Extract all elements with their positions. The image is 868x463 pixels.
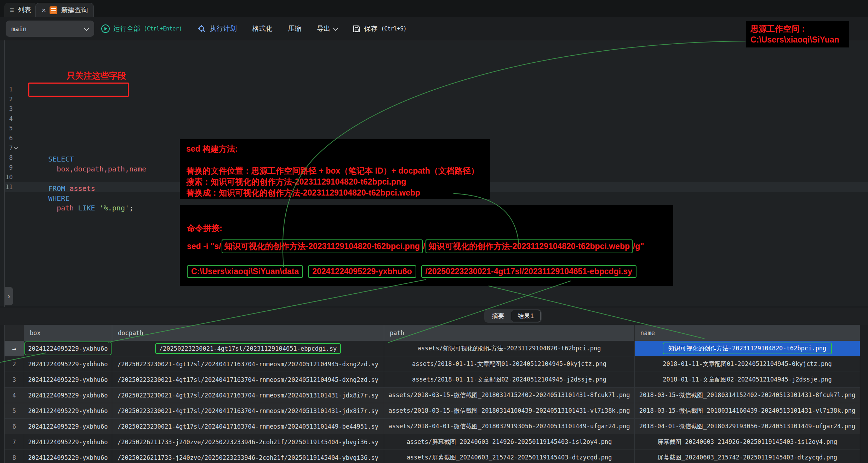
cell-path[interactable]: assets/屏幕截图_20240603_214926-202501191454… bbox=[384, 434, 635, 450]
cell-box[interactable]: 20241224095229-yxbhu6o bbox=[24, 450, 112, 463]
notebook-id-part: 20241224095229-yxbhu6o bbox=[308, 265, 416, 278]
table-row: 420241224095229-yxbhu6o/20250223230021-4… bbox=[5, 388, 860, 403]
cell-name[interactable]: 2018-03-15-微信截图_20180314160439-202405131… bbox=[635, 403, 860, 418]
cell-docpath[interactable]: /20250223230021-4gt17sl/20240417163704-r… bbox=[112, 388, 384, 403]
cell-docpath[interactable]: /20250226211733-j240zve/20250223233946-2… bbox=[112, 450, 384, 463]
cell-path[interactable]: assets/2018-03-15-微信截图_20180314152402-20… bbox=[384, 388, 635, 403]
row-number[interactable]: 8 bbox=[5, 450, 24, 463]
run-all-shortcut: (Ctrl+Enter) bbox=[144, 26, 182, 32]
table-row: →20241224095229-yxbhu6o/20250223230021-4… bbox=[5, 341, 860, 356]
column-header-path[interactable]: path bbox=[384, 325, 635, 341]
current-row-arrow-icon[interactable]: → bbox=[5, 341, 24, 356]
row-number-header bbox=[5, 325, 24, 341]
column-header-docpath[interactable]: docpath bbox=[112, 325, 384, 341]
cell-box[interactable]: 20241224095229-yxbhu6o bbox=[24, 434, 112, 450]
cell-docpath[interactable]: /20250223230021-4gt17sl/20231129104651-e… bbox=[112, 341, 384, 356]
code-line-9: path LIKE '%.png'; bbox=[31, 193, 133, 223]
table-header-row: boxdocpathpathname bbox=[5, 325, 860, 341]
sed-prefix: sed -i "s/ bbox=[187, 242, 221, 251]
cell-box[interactable]: 20241224095229-yxbhu6o bbox=[24, 372, 112, 387]
cell-box[interactable]: 20241224095229-yxbhu6o bbox=[24, 388, 112, 403]
cell-box[interactable]: 20241224095229-yxbhu6o bbox=[24, 419, 112, 434]
cell-docpath[interactable]: /20250226211733-j240zve/20250223233946-2… bbox=[112, 434, 384, 450]
line-number: 3 bbox=[0, 104, 13, 114]
cell-path[interactable]: assets/2018-04-01-微信截图_20180329193056-20… bbox=[384, 419, 635, 434]
file-path-parts: C:\Users\xiaoqi\SiYuan\data 202412240952… bbox=[187, 265, 666, 278]
cell-docpath[interactable]: /20250223230021-4gt17sl/20240417163704-r… bbox=[112, 372, 384, 387]
tab-list-label: 列表 bbox=[18, 5, 31, 15]
workspace-data-path: C:\Users\xiaoqi\SiYuan\data bbox=[187, 265, 303, 278]
cell-path[interactable]: assets/2018-01-11-文章配图01-20240512104945-… bbox=[384, 356, 635, 372]
cell-path[interactable]: assets/2018-03-15-微信截图_20180314160439-20… bbox=[384, 403, 635, 418]
tab-new-query[interactable]: ✕ 新建查询 bbox=[35, 3, 94, 17]
table-row: 720241224095229-yxbhu6o/20250226211733-j… bbox=[5, 434, 860, 450]
cell-name[interactable]: 2018-01-11-文章配图01-20240512104945-0kyjctz… bbox=[635, 356, 860, 372]
save-button[interactable]: 保存 (Ctrl+S) bbox=[353, 24, 406, 33]
sed-box-line3: 替换成：知识可视化的创作方法-20231129104820-t62bpci.we… bbox=[186, 187, 484, 198]
cell-name[interactable]: 屏幕截图_20240603_214926-20250119145403-isl2… bbox=[635, 434, 860, 450]
explain-plan-button[interactable]: 执行计划 bbox=[198, 24, 236, 33]
compress-button[interactable]: 压缩 bbox=[288, 24, 301, 33]
export-label: 导出 bbox=[317, 24, 330, 33]
line-number: 5 bbox=[0, 123, 13, 133]
row-number[interactable]: 7 bbox=[5, 434, 24, 450]
query-toolbar: main 运行全部 (Ctrl+Enter) 执行计划 格式化 bbox=[0, 17, 868, 41]
cell-path[interactable]: assets/知识可视化的创作方法-20231129104820-t62bpci… bbox=[384, 341, 635, 356]
table-row: 520241224095229-yxbhu6o/20250223230021-4… bbox=[5, 403, 860, 419]
sed-command-line: sed -i "s/ 知识可视化的创作方法-20231129104820-t62… bbox=[187, 239, 666, 253]
run-all-label: 运行全部 bbox=[113, 24, 140, 33]
cell-name[interactable]: 知识可视化的创作方法-20231129104820-t62bpci.png bbox=[635, 341, 860, 356]
line-number: 6 bbox=[0, 133, 13, 143]
database-select-value: main bbox=[11, 25, 27, 33]
results-toolbar: 摘要 结果1 bbox=[0, 307, 868, 325]
sed-box-line2: 搜索：知识可视化的创作方法-20231129104820-t62bpci.png bbox=[186, 176, 484, 187]
annotation-command-box: 命令拼接: sed -i "s/ 知识可视化的创作方法-202311291048… bbox=[180, 205, 673, 286]
cell-box[interactable]: 20241224095229-yxbhu6o bbox=[24, 403, 112, 418]
sed-box-title: sed 构建方法: bbox=[186, 143, 484, 154]
close-icon[interactable]: ✕ bbox=[41, 7, 46, 14]
row-number[interactable]: 2 bbox=[5, 356, 24, 372]
line-number: 10 bbox=[0, 172, 13, 182]
tab-result-1[interactable]: 结果1 bbox=[511, 310, 541, 322]
workspace-path: C:\Users\xiaoqi\SiYuan bbox=[750, 34, 845, 45]
cell-name[interactable]: 2018-04-01-微信截图_20180329193056-202405131… bbox=[635, 419, 860, 434]
line-number: 1 bbox=[0, 84, 13, 94]
cell-box[interactable]: 20241224095229-yxbhu6o bbox=[24, 356, 112, 372]
line-number: 8 bbox=[0, 153, 13, 163]
sed-suffix: /g" bbox=[633, 242, 644, 251]
row-number[interactable]: 4 bbox=[5, 388, 24, 403]
chevron-down-icon bbox=[84, 25, 90, 31]
cell-name[interactable]: 2018-01-11-文章配图02-20240512104945-j2dssje… bbox=[635, 372, 860, 387]
cell-path[interactable]: assets/屏幕截图_20240603_215742-202501191454… bbox=[384, 450, 635, 463]
fold-chevron-icon[interactable] bbox=[13, 145, 18, 149]
column-header-box[interactable]: box bbox=[24, 325, 112, 341]
row-number[interactable]: 3 bbox=[5, 372, 24, 387]
cell-docpath[interactable]: /20250223230021-4gt17sl/20240417163704-r… bbox=[112, 356, 384, 372]
row-number[interactable]: 5 bbox=[5, 403, 24, 418]
column-header-name[interactable]: name bbox=[635, 325, 860, 341]
tab-list[interactable]: ≡ 列表 bbox=[4, 3, 37, 17]
tab-summary[interactable]: 摘要 bbox=[485, 310, 511, 322]
cell-docpath[interactable]: /20250223230021-4gt17sl/20240417163704-r… bbox=[112, 403, 384, 418]
cmd-box-title: 命令拼接: bbox=[187, 223, 666, 234]
cell-box[interactable]: 20241224095229-yxbhu6o bbox=[24, 341, 112, 356]
cell-docpath[interactable]: /20250223230021-4gt17sl/20240417163704-r… bbox=[112, 419, 384, 434]
save-shortcut: (Ctrl+S) bbox=[381, 26, 406, 32]
cell-name[interactable]: 屏幕截图_20240603_215742-20250119145403-dtzy… bbox=[635, 450, 860, 463]
line-number: 4 bbox=[0, 114, 13, 124]
export-button[interactable]: 导出 bbox=[317, 24, 337, 33]
format-button[interactable]: 格式化 bbox=[252, 24, 272, 33]
run-all-button[interactable]: 运行全部 (Ctrl+Enter) bbox=[101, 24, 182, 33]
query-file-icon bbox=[50, 6, 57, 14]
database-select[interactable]: main bbox=[6, 21, 94, 37]
annotation-focus-fields: 只关注这些字段 bbox=[67, 70, 126, 81]
cell-name[interactable]: 2018-03-15-微信截图_20180314152402-202405131… bbox=[635, 388, 860, 403]
format-label: 格式化 bbox=[252, 24, 272, 33]
cell-path[interactable]: assets/2018-01-11-文章配图02-20240512104945-… bbox=[384, 372, 635, 387]
floppy-icon bbox=[353, 25, 360, 33]
save-label: 保存 bbox=[364, 24, 377, 33]
explain-plan-label: 执行计划 bbox=[210, 24, 236, 33]
row-number[interactable]: 6 bbox=[5, 419, 24, 434]
sidebar-expand-handle[interactable]: › bbox=[5, 287, 13, 305]
results-view-toggle: 摘要 结果1 bbox=[484, 309, 542, 323]
